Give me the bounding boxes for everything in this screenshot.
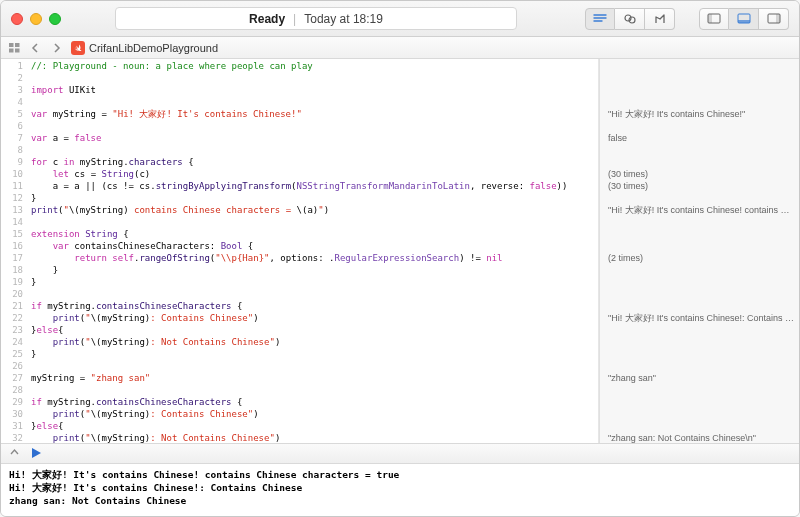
code-line[interactable]	[31, 360, 598, 372]
editor-mode-group	[585, 8, 675, 30]
result-line[interactable]: "Hi! 大家好! It's contains Chinese!: Contai…	[608, 312, 795, 324]
code-line[interactable]: }else{	[31, 420, 598, 432]
result-line[interactable]: "zhang san: Not Contains Chinese\n"	[608, 432, 795, 443]
code-line[interactable]: }	[31, 276, 598, 288]
code-line[interactable]: }	[31, 192, 598, 204]
code-line[interactable]: if myString.containsChineseCharacters {	[31, 396, 598, 408]
result-line[interactable]: (30 times)	[608, 180, 795, 192]
line-number: 26	[1, 360, 29, 372]
nav-back-button[interactable]	[29, 43, 42, 53]
editor-area: 1234567891011121314151617181920212223242…	[1, 59, 799, 444]
result-line[interactable]: "Hi! 大家好! It's contains Chinese!"	[608, 108, 795, 120]
result-line[interactable]: "Hi! 大家好! It's contains Chinese! contain…	[608, 204, 795, 216]
code-line[interactable]: print("\(myString): Not Contains Chinese…	[31, 432, 598, 443]
console-output[interactable]: Hi! 大家好! It's contains Chinese! contains…	[1, 464, 799, 516]
svg-rect-9	[15, 43, 20, 47]
line-number: 6	[1, 120, 29, 132]
code-line[interactable]: //: Playground - noun: a place where peo…	[31, 60, 598, 72]
line-number-gutter: 1234567891011121314151617181920212223242…	[1, 59, 29, 443]
code-line[interactable]	[31, 96, 598, 108]
code-line[interactable]: import UIKit	[31, 84, 598, 96]
code-line[interactable]	[31, 144, 598, 156]
related-items-button[interactable]	[9, 43, 21, 53]
code-line[interactable]	[31, 288, 598, 300]
toggle-bottom-panel-button[interactable]	[729, 8, 759, 30]
line-number: 12	[1, 192, 29, 204]
result-line	[608, 216, 795, 228]
line-number: 23	[1, 324, 29, 336]
zoom-window-button[interactable]	[49, 13, 61, 25]
toggle-debug-area-button[interactable]	[9, 447, 20, 460]
panel-toggle-group	[699, 8, 789, 30]
result-line	[608, 240, 795, 252]
result-line	[608, 420, 795, 432]
code-line[interactable]: var containsChineseCharacters: Bool {	[31, 240, 598, 252]
result-line	[608, 276, 795, 288]
code-line[interactable]: extension String {	[31, 228, 598, 240]
line-number: 1	[1, 60, 29, 72]
result-line	[608, 288, 795, 300]
result-line[interactable]: "zhang san"	[608, 372, 795, 384]
activity-status-pill: Ready | Today at 18:19	[115, 7, 517, 30]
code-line[interactable]: print("\(myString): Contains Chinese")	[31, 312, 598, 324]
version-editor-button[interactable]	[645, 8, 675, 30]
line-number: 18	[1, 264, 29, 276]
code-line[interactable]: print("\(myString): Contains Chinese")	[31, 408, 598, 420]
breadcrumb[interactable]: CrifanLibDemoPlayground	[71, 41, 218, 55]
line-number: 15	[1, 228, 29, 240]
result-line	[608, 72, 795, 84]
standard-editor-button[interactable]	[585, 8, 615, 30]
result-line	[608, 384, 795, 396]
line-number: 9	[1, 156, 29, 168]
code-line[interactable]: print("\(myString): Not Contains Chinese…	[31, 336, 598, 348]
line-number: 3	[1, 84, 29, 96]
result-line	[608, 324, 795, 336]
code-line[interactable]	[31, 216, 598, 228]
code-line[interactable]: for c in myString.characters {	[31, 156, 598, 168]
code-line[interactable]: var myString = "Hi! 大家好! It's contains C…	[31, 108, 598, 120]
run-playground-button[interactable]	[30, 447, 42, 461]
close-window-button[interactable]	[11, 13, 23, 25]
result-line	[608, 396, 795, 408]
result-line	[608, 408, 795, 420]
code-line[interactable]	[31, 384, 598, 396]
result-line[interactable]: (2 times)	[608, 252, 795, 264]
line-number: 19	[1, 276, 29, 288]
line-number: 2	[1, 72, 29, 84]
source-editor[interactable]: //: Playground - noun: a place where peo…	[29, 59, 599, 443]
line-number: 17	[1, 252, 29, 264]
code-line[interactable]: var a = false	[31, 132, 598, 144]
code-line[interactable]: }	[31, 264, 598, 276]
code-line[interactable]: let cs = String(c)	[31, 168, 598, 180]
result-line	[608, 84, 795, 96]
code-line[interactable]	[31, 120, 598, 132]
toggle-right-panel-button[interactable]	[759, 8, 789, 30]
toggle-left-panel-button[interactable]	[699, 8, 729, 30]
result-line[interactable]: (30 times)	[608, 168, 795, 180]
code-line[interactable]: }	[31, 348, 598, 360]
svg-rect-11	[15, 48, 20, 52]
result-line[interactable]: false	[608, 132, 795, 144]
svg-rect-5	[738, 20, 750, 23]
result-line	[608, 348, 795, 360]
svg-rect-10	[9, 48, 14, 52]
minimize-window-button[interactable]	[30, 13, 42, 25]
line-number: 30	[1, 408, 29, 420]
result-line	[608, 336, 795, 348]
results-sidebar: "Hi! 大家好! It's contains Chinese!"false(3…	[599, 59, 799, 443]
line-number: 22	[1, 312, 29, 324]
code-line[interactable]: if myString.containsChineseCharacters {	[31, 300, 598, 312]
assistant-editor-button[interactable]	[615, 8, 645, 30]
jump-bar: CrifanLibDemoPlayground	[1, 37, 799, 59]
nav-forward-button[interactable]	[50, 43, 63, 53]
debug-bar	[1, 444, 799, 464]
code-line[interactable]	[31, 72, 598, 84]
line-number: 29	[1, 396, 29, 408]
code-line[interactable]: return self.rangeOfString("\\p{Han}", op…	[31, 252, 598, 264]
code-line[interactable]: myString = "zhang san"	[31, 372, 598, 384]
code-line[interactable]: a = a || (cs != cs.stringByApplyingTrans…	[31, 180, 598, 192]
result-line	[608, 300, 795, 312]
code-line[interactable]: print("\(myString) contains Chinese char…	[31, 204, 598, 216]
line-number: 32	[1, 432, 29, 444]
code-line[interactable]: }else{	[31, 324, 598, 336]
